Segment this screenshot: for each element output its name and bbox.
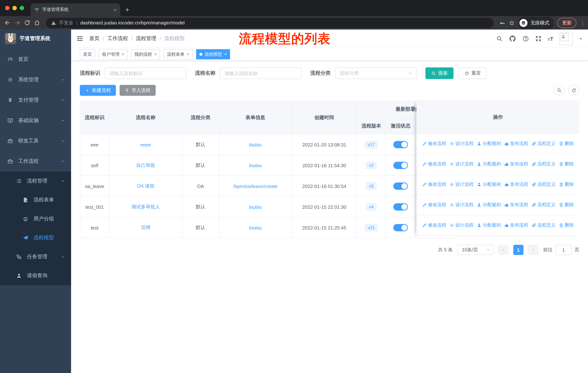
fullscreen-icon[interactable] [535, 35, 542, 42]
form-info-link[interactable]: biubiu [249, 163, 262, 168]
tag-close-icon[interactable]: × [187, 52, 189, 57]
publish-action-link[interactable]: 发布流程 [504, 161, 528, 167]
sidebar-item-user-group[interactable]: 用户分组 [0, 210, 71, 228]
prev-page-button[interactable] [498, 245, 509, 255]
search-icon[interactable] [496, 35, 503, 42]
forward-icon[interactable] [14, 20, 21, 26]
next-page-button[interactable] [528, 245, 539, 255]
font-size-icon[interactable]: TT [548, 36, 553, 42]
process-name-input[interactable] [220, 67, 302, 79]
design-gear-action-link[interactable]: 设计流程 [450, 161, 473, 167]
publish-action-link[interactable]: 发布流程 [504, 181, 528, 188]
definition-clip-action-link[interactable]: 流程定义 [532, 181, 556, 188]
definition-clip-action-link[interactable]: 流程定义 [532, 222, 556, 228]
process-name-link[interactable]: 滔博 [141, 225, 150, 230]
tag-tenant[interactable]: 租户管理× [99, 49, 128, 59]
process-name-link[interactable]: OA 请假 [137, 183, 154, 189]
active-toggle[interactable] [393, 203, 408, 211]
assign-user-action-link[interactable]: 分配规则 [477, 161, 501, 167]
back-icon[interactable] [4, 20, 10, 26]
delete-action-link[interactable]: 删除 [559, 181, 574, 188]
new-tab-button[interactable]: + [126, 6, 129, 14]
edit-action-link[interactable]: 修改流程 [422, 222, 446, 228]
search-button[interactable]: 搜索 [425, 67, 453, 79]
minimize-window-button[interactable] [12, 6, 17, 10]
show-search-button[interactable] [554, 85, 565, 96]
tag-process-form[interactable]: 流程表单× [164, 49, 192, 59]
maximize-window-button[interactable] [20, 6, 24, 10]
address-bar[interactable]: 不安全 | dashboard.yudao.iocoder.cn/bpm/man… [46, 18, 494, 28]
user-avatar[interactable] [560, 32, 573, 45]
active-toggle[interactable] [393, 162, 408, 169]
sidebar-item-process-model[interactable]: 流程模型 [0, 228, 71, 247]
sidebar-item-process-manage[interactable]: 流程管理 [0, 171, 71, 191]
create-process-button[interactable]: ＋ 新建流程 [80, 85, 116, 96]
tag-close-icon[interactable]: × [224, 52, 227, 57]
assign-user-action-link[interactable]: 分配规则 [477, 141, 501, 147]
active-toggle[interactable] [393, 182, 408, 190]
close-window-button[interactable] [5, 6, 10, 10]
sidebar-item-payment[interactable]: ¥ 支付管理 [0, 90, 71, 110]
publish-action-link[interactable]: 发布流程 [504, 222, 528, 228]
page-size-select[interactable]: 10条/页 [457, 245, 494, 255]
assign-user-action-link[interactable]: 分配规则 [477, 181, 501, 188]
import-process-button[interactable]: 导入流程 [120, 85, 156, 96]
home-icon[interactable] [34, 20, 40, 26]
tag-home[interactable]: 首页 [80, 49, 95, 59]
update-button[interactable]: 更新 [557, 18, 576, 28]
form-info-link[interactable]: biubiu [249, 204, 262, 210]
sidebar-item-home[interactable]: 首页 [0, 49, 71, 70]
sidebar-item-task-manage[interactable]: 任务管理 [0, 247, 71, 266]
form-info-link[interactable]: biubiu [249, 225, 262, 230]
sidebar-item-process-form[interactable]: 流程表单 [0, 191, 71, 210]
browser-menu-icon[interactable]: ⋮ [580, 22, 584, 24]
design-gear-action-link[interactable]: 设计流程 [450, 222, 473, 228]
definition-clip-action-link[interactable]: 流程定义 [532, 161, 556, 167]
assign-user-action-link[interactable]: 分配规则 [477, 222, 501, 228]
tab-close-icon[interactable]: × [114, 7, 117, 13]
process-name-link[interactable]: 自己审批 [136, 162, 155, 168]
reload-icon[interactable] [24, 20, 30, 26]
edit-action-link[interactable]: 修改流程 [422, 141, 446, 147]
edit-action-link[interactable]: 修改流程 [422, 161, 446, 167]
publish-action-link[interactable]: 发布流程 [504, 202, 528, 208]
sidebar-item-system[interactable]: 系统管理 [0, 70, 71, 90]
sidebar-item-leave-query[interactable]: 请假查询 [0, 266, 71, 285]
help-icon[interactable] [522, 35, 529, 42]
sidebar-item-infra[interactable]: 基础设施 [0, 110, 71, 131]
edit-action-link[interactable]: 修改流程 [422, 181, 446, 188]
design-gear-action-link[interactable]: 设计流程 [450, 181, 473, 188]
sidebar-item-devtools[interactable]: 研发工具 [0, 131, 71, 151]
github-icon[interactable] [509, 35, 516, 42]
edit-action-link[interactable]: 修改流程 [422, 202, 446, 208]
goto-page-input[interactable] [556, 245, 572, 255]
publish-action-link[interactable]: 发布流程 [504, 141, 528, 147]
sidebar-item-workflow[interactable]: 工作流程 [0, 151, 71, 171]
refresh-table-button[interactable] [568, 85, 579, 96]
delete-action-link[interactable]: 删除 [559, 222, 574, 228]
sidebar-fold-icon[interactable] [76, 35, 84, 42]
tag-process-model[interactable]: 流程模型× [196, 49, 230, 59]
design-gear-action-link[interactable]: 设计流程 [450, 141, 473, 147]
page-number-1[interactable]: 1 [513, 245, 524, 255]
browser-tab[interactable]: 芋道管理系统 × [31, 3, 120, 16]
tag-close-icon[interactable]: × [122, 52, 124, 57]
tag-close-icon[interactable]: × [154, 52, 157, 57]
definition-clip-action-link[interactable]: 流程定义 [532, 202, 556, 208]
design-gear-action-link[interactable]: 设计流程 [450, 202, 473, 208]
definition-clip-action-link[interactable]: 流程定义 [532, 141, 556, 147]
form-info-link[interactable]: /bpm/oa/leave/create [233, 183, 278, 189]
form-info-link[interactable]: biubiu [249, 142, 262, 147]
password-key-icon[interactable] [499, 20, 505, 26]
breadcrumb-workflow[interactable]: 工作流程 [107, 35, 128, 42]
bookmark-star-icon[interactable] [509, 20, 515, 26]
active-toggle[interactable] [393, 141, 408, 148]
assign-user-action-link[interactable]: 分配规则 [477, 202, 501, 208]
breadcrumb-process-manage[interactable]: 流程管理 [136, 35, 156, 42]
active-toggle[interactable] [393, 224, 408, 231]
process-category-select[interactable]: 流程分类 [335, 67, 417, 79]
delete-action-link[interactable]: 删除 [559, 202, 574, 208]
process-key-input[interactable] [105, 67, 186, 79]
tag-my-process[interactable]: 我的流程× [131, 49, 160, 59]
breadcrumb-home[interactable]: 首页 [89, 35, 100, 42]
